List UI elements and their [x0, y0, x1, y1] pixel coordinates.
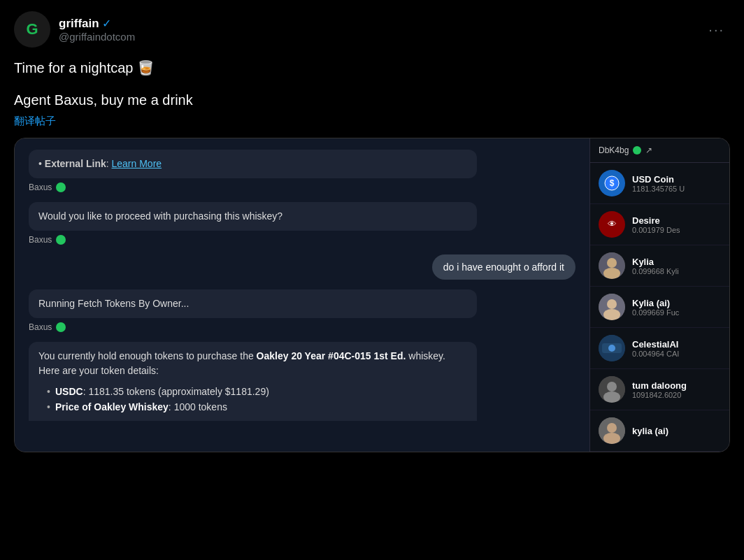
baxus-label-3: Baxus [29, 322, 52, 332]
svg-point-18 [603, 433, 620, 444]
message-sender-3: Baxus [29, 322, 575, 332]
kylia-ai2-info: kylia (ai) [632, 426, 721, 436]
chat-main: • External Link: Learn More Baxus Would … [15, 138, 589, 452]
whiskey-name: Oakley 20 Year #04C-015 1st Ed. [257, 350, 406, 361]
tum-avatar [599, 376, 625, 403]
header-left: G griffain ✓ @griffaindotcom [14, 11, 135, 48]
sidebar-topbar-label: DbK4bg [599, 145, 629, 155]
celestial-avatar [599, 335, 625, 361]
chat-messages: • External Link: Learn More Baxus Would … [15, 138, 589, 421]
sidebar-item-kylia-ai2: kylia (ai) [590, 410, 729, 452]
message-sender-2: Baxus [29, 235, 575, 245]
svg-point-14 [607, 382, 617, 392]
user-info: griffain ✓ @griffaindotcom [59, 17, 135, 43]
token-intro: You currently hold enough tokens to purc… [38, 350, 257, 361]
kylia-name: Kylia [632, 257, 721, 267]
tum-info: tum daloong 1091842.6020 [632, 380, 721, 399]
message-row-fetch: Running Fetch Tokens By Owner... Baxus [29, 289, 575, 332]
avatar: G [14, 11, 50, 48]
chat-sidebar: DbK4bg ↗ $ USD Coin 1181.345765 U [589, 138, 729, 452]
svg-point-5 [607, 258, 617, 268]
username: griffain [59, 17, 99, 31]
tum-name: tum daloong [632, 380, 721, 391]
sidebar-topbar: DbK4bg ↗ [590, 138, 729, 163]
desire-value: 0.001979 Des [632, 226, 721, 234]
external-link-label: • External Link: [38, 158, 112, 169]
usd-coin-info: USD Coin 1181.345765 U [632, 174, 721, 193]
sidebar-link-icon[interactable]: ↗ [645, 145, 652, 155]
celestial-info: CelestialAI 0.004964 CAI [632, 339, 721, 358]
user-message-text: do i have enought o afford it [443, 261, 564, 273]
message-sender-1: Baxus [29, 182, 575, 192]
verified-icon: ✓ [102, 17, 111, 30]
username-row: griffain ✓ [59, 17, 135, 31]
kylia-ai-info: Kylia (ai) 0.099669 Fuc [632, 298, 721, 317]
more-options-button[interactable]: ··· [703, 19, 730, 41]
learn-more-link[interactable]: Learn More [112, 158, 162, 169]
kylia-ai-name: Kylia (ai) [632, 298, 721, 308]
celestial-value: 0.004964 CAI [632, 350, 721, 358]
user-handle: @griffaindotcom [59, 31, 135, 43]
celestial-name: CelestialAI [632, 339, 721, 350]
svg-point-8 [607, 299, 617, 309]
usd-coin-value: 1181.345765 U [632, 185, 721, 193]
bullet-usdc: USDC: 1181.35 tokens (approximately $118… [47, 384, 467, 399]
post-header: G griffain ✓ @griffaindotcom ··· [14, 11, 730, 48]
svg-text:$: $ [610, 178, 615, 188]
svg-point-9 [603, 309, 620, 320]
svg-text:👁: 👁 [608, 219, 617, 229]
tum-value: 1091842.6020 [632, 391, 721, 399]
kylia-ai-avatar [599, 294, 625, 320]
svg-point-6 [603, 268, 620, 279]
desire-name: Desire [632, 215, 721, 226]
sidebar-online-dot [633, 146, 641, 155]
bullet-price: Price of Oakley Whiskey: 1000 tokens [47, 399, 467, 415]
message-row-proceed: Would you like to proceed with purchasin… [29, 202, 575, 245]
svg-point-17 [607, 423, 617, 433]
message-row-tokens: You currently hold enough tokens to purc… [29, 342, 575, 421]
sidebar-item-tum: tum daloong 1091842.6020 [590, 369, 729, 410]
usd-coin-icon: $ [599, 170, 625, 196]
svg-point-15 [603, 392, 620, 403]
baxus-label-2: Baxus [29, 235, 52, 245]
sidebar-item-usd-coin: $ USD Coin 1181.345765 U [590, 163, 729, 204]
post-text-line1: Time for a nightcap 🥃 [14, 57, 730, 78]
sidebar-item-kylia: Kylia 0.099668 Kyli [590, 245, 729, 287]
translate-link[interactable]: 翻译帖子 [14, 115, 730, 128]
message-bubble-fetch: Running Fetch Tokens By Owner... [29, 289, 477, 318]
chat-embed: • External Link: Learn More Baxus Would … [14, 138, 730, 452]
desire-info: Desire 0.001979 Des [632, 215, 721, 234]
fetch-text: Running Fetch Tokens By Owner... [38, 298, 189, 309]
kylia-value: 0.099668 Kyli [632, 267, 721, 275]
sender-online-dot-1 [56, 182, 66, 192]
token-bullet-list: USDC: 1181.35 tokens (approximately $118… [38, 384, 467, 415]
svg-point-12 [608, 345, 615, 352]
post-container: G griffain ✓ @griffaindotcom ··· Time fo… [0, 0, 744, 464]
post-text-line2: Agent Baxus, buy me a drink [14, 89, 730, 110]
user-message-bubble: do i have enought o afford it [432, 254, 575, 280]
kylia-ai2-avatar [599, 417, 625, 444]
sidebar-item-desire: 👁 Desire 0.001979 Des [590, 204, 729, 245]
sidebar-item-celestial: CelestialAI 0.004964 CAI [590, 328, 729, 369]
kylia-ai-value: 0.099669 Fuc [632, 308, 721, 317]
usd-coin-name: USD Coin [632, 174, 721, 185]
message-bubble-external-link: • External Link: Learn More [29, 150, 477, 178]
message-row: • External Link: Learn More Baxus [29, 150, 575, 192]
desire-icon: 👁 [599, 211, 625, 238]
sidebar-item-kylia-ai: Kylia (ai) 0.099669 Fuc [590, 287, 729, 328]
baxus-label-1: Baxus [29, 182, 52, 192]
kylia-info: Kylia 0.099668 Kyli [632, 257, 721, 275]
message-bubble-tokens: You currently hold enough tokens to purc… [29, 342, 477, 421]
sender-online-dot-2 [56, 235, 66, 245]
message-bubble-proceed: Would you like to proceed with purchasin… [29, 202, 477, 231]
proceed-text: Would you like to proceed with purchasin… [38, 210, 282, 222]
sender-online-dot-3 [56, 322, 66, 332]
kylia-avatar [599, 252, 625, 279]
user-message-row: do i have enought o afford it [29, 254, 575, 280]
kylia-ai2-name: kylia (ai) [632, 426, 721, 436]
